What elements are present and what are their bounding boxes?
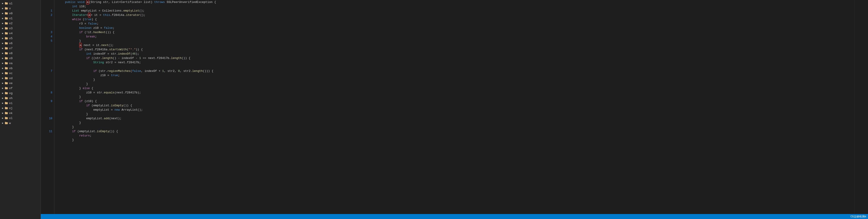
sidebar-item-vg[interactable]: ▶ vg [0,91,40,96]
arrow-icon: ▶ [1,42,4,45]
plain-token: (next.f28417b); [115,90,141,95]
sidebar-item-v9[interactable]: ▶ v9 [0,56,40,61]
highlight-token: a [88,13,91,18]
sidebar-label: v8 [9,52,13,55]
sidebar-item-v5[interactable]: ▶ v5 [0,36,40,41]
arrow-icon: ▶ [1,52,4,55]
plain-token: ( [130,69,132,73]
code-line-10: a next = it.next(); [54,43,855,47]
sidebar-item-vf[interactable]: ▶ vf [0,86,40,91]
kw-token: public [65,0,75,4]
code-line-25: emptyList = new ArrayList(); [54,108,855,112]
plain-token [58,103,86,108]
folder-icon [4,2,8,5]
arrow-icon: ▶ [1,111,4,115]
code-line-8: break; [54,34,855,39]
minimap [855,0,868,214]
bool-token: false [104,26,113,30]
arrow-icon: ▶ [1,97,4,100]
code-line-26: } [54,112,855,116]
arrow-icon: ▶ [1,47,4,50]
gutter-row-15 [41,64,54,69]
folder-icon [4,31,8,35]
folder-icon [4,86,8,90]
kw-ctrl-token: else [83,86,90,90]
sidebar-item-ul[interactable]: ▶ ul [0,1,40,6]
folder-icon [4,116,8,120]
plain-token [58,69,93,73]
sidebar-label: v5 [9,37,13,40]
arrow-icon: ▶ [1,86,4,90]
throws-token: throws [154,0,165,4]
sidebar-item-vl[interactable]: ▶ vl [0,116,40,120]
plain-token [58,22,79,26]
sidebar-item-vd[interactable]: ▶ vd [0,76,40,81]
kw-ctrl-token: if [79,99,83,103]
plain-token: (next); [109,116,122,120]
folder-icon [4,42,8,45]
gutter-row-24 [41,103,54,108]
plain-token [58,56,86,60]
sidebar-item-vi[interactable]: ▶ vi [0,101,40,106]
sidebar-item-vh[interactable]: ▶ vh [0,96,40,101]
sidebar-item-vc[interactable]: ▶ vc [0,71,40,76]
sidebar-item-v3[interactable]: ▶ v3 [0,26,40,31]
plain-token [58,116,86,120]
plain-token: , str2, [164,69,178,73]
arrow-icon: ▶ [1,116,4,120]
num-token: 0 [178,69,180,73]
plain-token: (!it. [83,30,93,34]
sidebar-item-v1[interactable]: ▶ v1 [0,16,40,21]
kw-ctrl-token: if [72,129,75,134]
sidebar-item-v2[interactable]: ▶ v2 [0,21,40,26]
sidebar-label: v9 [9,57,13,60]
plain-token: } [72,138,74,142]
gutter-row-19 [41,82,54,86]
folder-icon [4,47,8,50]
kw-ctrl-token: while [72,17,81,22]
gutter-row-29 [41,125,54,129]
gutter-row-17 [41,73,54,78]
gutter-row-9: 5 [41,39,54,43]
plain-token [58,138,72,142]
sidebar-item-v4[interactable]: ▶ v4 [0,31,40,36]
plain-token: (z10) { [83,99,97,103]
arrow-icon: ▶ [1,2,4,5]
sidebar-label: w [9,121,11,125]
gutter-row-16: 7 [41,69,54,73]
sidebar-item-ve[interactable]: ▶ ve [0,81,40,86]
sidebar-item-vk[interactable]: ▶ vk [0,111,40,116]
sidebar-label: vb [9,67,13,70]
code-line-31: return; [54,134,855,138]
sidebar-item-vj[interactable]: ▶ vj [0,106,40,111]
gutter-row-20 [41,86,54,90]
plain-token: (); [139,9,145,13]
code-line-7: if (!it.hasNext()) { [54,30,855,34]
plain-token: ; [97,22,99,26]
code-line-0: public void a(String str, List<Certifica… [54,0,855,4]
sidebar-item-v0[interactable]: ▶ v0 [0,11,40,16]
line-number-gutter: 123457891011 [41,0,54,214]
bool-token: false [88,22,97,26]
plain-token: , indexOf + [141,69,162,73]
sidebar-item-vb[interactable]: ▶ vb [0,66,40,71]
sidebar-item-v8[interactable]: ▶ v8 [0,51,40,56]
sidebar-item-v7[interactable]: ▶ v7 [0,46,40,51]
sidebar-item-w[interactable]: ▶ w [0,120,40,126]
sidebar-item-v[interactable]: ▶ v [0,6,40,11]
plain-token: emptyList = [93,108,115,112]
sidebar-item-v6[interactable]: ▶ v6 [0,41,40,46]
sidebar-item-va[interactable]: ▶ va [0,61,40,66]
plain-token: (next.f28416a. [83,47,109,52]
bool-token: true [85,17,91,22]
plain-token [58,17,72,22]
plain-token: { [90,86,93,90]
plain-token: (); [108,43,114,47]
plain-token [58,34,86,39]
folder-icon [4,81,8,85]
plain-token: ()) { [182,56,190,60]
folder-icon [4,72,8,75]
folder-icon [4,17,8,20]
kw-token: boolean [79,26,92,30]
code-area[interactable]: public void a(String str, List<Certifica… [54,0,855,214]
